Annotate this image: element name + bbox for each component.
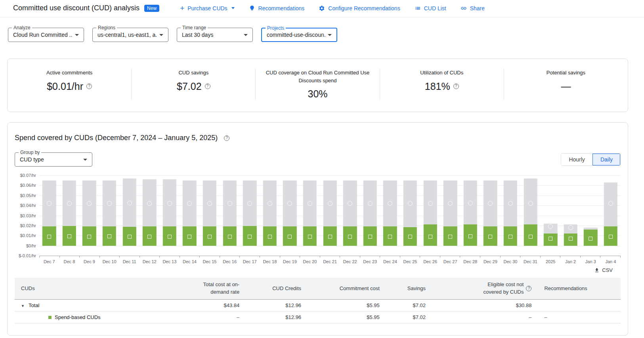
cud-list-button[interactable]: CUD List — [415, 5, 446, 11]
chart-bar-group[interactable] — [360, 175, 380, 256]
chevron-down-icon — [75, 34, 79, 36]
chart-bar-group[interactable] — [380, 175, 400, 256]
marker-circle-icon — [268, 201, 272, 206]
x-axis-label: Dec 17 — [240, 259, 260, 264]
marker-square-icon — [47, 235, 51, 239]
chart-bar-group[interactable] — [541, 175, 561, 256]
marker-circle-icon — [488, 201, 493, 206]
regions-select[interactable]: Regions us-central1, us-east1, a... — [92, 28, 168, 42]
marker-square-icon — [348, 235, 352, 239]
marker-square-icon — [67, 234, 71, 238]
chart-bar-group[interactable] — [520, 175, 541, 256]
bars-layer — [39, 175, 621, 256]
time-range-select[interactable]: Time range Last 30 days — [177, 28, 253, 42]
hourly-button[interactable]: Hourly — [561, 154, 592, 165]
chart-bar-group[interactable] — [501, 175, 521, 256]
y-axis-label: $0.04/hr — [20, 203, 36, 208]
marker-square-icon — [508, 235, 512, 239]
marker-circle-icon — [528, 201, 533, 206]
chart-title: Spend covered by CUDs (December 7, 2024 … — [15, 134, 218, 142]
stat-card: Active commitments$0.01/hr? — [8, 69, 131, 100]
y-axis-label: $0.07/hr — [20, 173, 36, 178]
marker-circle-icon — [87, 201, 92, 206]
share-label: Share — [470, 5, 485, 11]
chart-bar-group[interactable] — [240, 175, 260, 256]
purchase-cuds-label: Purchase CUDs — [187, 5, 227, 11]
chart-bar-group[interactable] — [180, 175, 200, 256]
collapse-triangle-icon[interactable]: ▼ — [21, 304, 25, 308]
chart-bar-group[interactable] — [99, 175, 120, 256]
recommendations-button[interactable]: Recommendations — [249, 5, 305, 11]
download-csv-button[interactable]: CSV — [594, 267, 613, 273]
analyze-select[interactable]: Analyze Cloud Run Committed ... — [8, 28, 84, 42]
y-axis-label: $0/hr — [26, 243, 36, 248]
chart-bar-group[interactable] — [79, 175, 99, 256]
chart-bar-group[interactable] — [460, 175, 480, 256]
chart-bar-group[interactable] — [440, 175, 461, 256]
group-by-select[interactable]: Group by CUD type — [15, 152, 92, 167]
chart-bar-group[interactable] — [581, 175, 601, 256]
chart-bar-group[interactable] — [280, 175, 300, 256]
chart-bar-group[interactable] — [39, 175, 59, 256]
chart-bar-group[interactable] — [340, 175, 360, 256]
chevron-down-icon — [244, 34, 248, 36]
projects-value: committed-use-discoun... — [267, 32, 326, 38]
legend-swatch-icon — [48, 316, 52, 319]
help-icon[interactable]: ? — [526, 286, 531, 291]
help-icon[interactable]: ? — [86, 84, 92, 89]
table-body: ▼Total$43.84$12.96$5.95$7.02$30.88Spend-… — [15, 299, 621, 323]
stat-label: Active commitments — [17, 69, 122, 77]
marker-square-icon — [408, 235, 412, 239]
table-cell: $5.95 — [308, 299, 386, 311]
x-axis-label: Dec 14 — [180, 259, 200, 264]
y-axis-label: $0.06/hr — [20, 183, 36, 188]
table-cell: $12.96 — [246, 299, 308, 311]
column-header: Commitment cost — [308, 278, 386, 299]
regions-value: us-central1, us-east1, a... — [97, 32, 157, 38]
chart-bar-group[interactable] — [320, 175, 340, 256]
y-axis-label: $0.02/hr — [20, 223, 36, 228]
help-icon[interactable]: ? — [453, 84, 459, 89]
x-axis-label: Dec 8 — [59, 259, 80, 264]
chart-bar-group[interactable] — [119, 175, 140, 256]
table-cell: $5.95 — [308, 311, 386, 323]
chart-bar-group[interactable] — [59, 175, 80, 256]
group-by-value: CUD type — [20, 156, 44, 163]
row-label: Spend-based CUDs — [55, 314, 101, 320]
column-header: Eligible cost not covered by CUDs? — [432, 278, 538, 299]
stat-label: Potential savings — [514, 69, 618, 77]
marker-square-icon — [468, 234, 472, 238]
marker-circle-icon — [508, 201, 513, 206]
chart-plot — [39, 175, 621, 256]
stat-card: Utilization of CUDs181%? — [380, 69, 504, 100]
chart-bar-group[interactable] — [300, 175, 320, 256]
chart-bar-group[interactable] — [260, 175, 280, 256]
chart-bar-group[interactable] — [200, 175, 220, 256]
chart-bar-group[interactable] — [560, 175, 581, 256]
configure-recommendations-button[interactable]: Configure Recommendations — [319, 5, 400, 11]
help-icon[interactable]: ? — [205, 84, 210, 89]
share-button[interactable]: Share — [461, 5, 485, 11]
x-axis-label: Dec 29 — [480, 259, 501, 264]
chart-bar-group[interactable] — [480, 175, 501, 256]
daily-button[interactable]: Daily — [592, 154, 620, 165]
gear-icon — [319, 5, 325, 11]
stat-value: — — [561, 81, 571, 92]
chart-bar-group[interactable] — [400, 175, 420, 256]
chart-bar-group[interactable] — [160, 175, 180, 256]
column-header: CUDs — [15, 278, 152, 299]
chart-bar-group[interactable] — [140, 175, 160, 256]
x-axis-label: Dec 16 — [220, 259, 240, 264]
projects-select[interactable]: Projects committed-use-discoun... — [261, 28, 337, 42]
group-by-label: Group by — [19, 150, 41, 155]
purchase-cuds-button[interactable]: + Purchase CUDs — [180, 5, 234, 11]
marker-circle-icon — [107, 201, 112, 206]
chart-bar-group[interactable] — [220, 175, 240, 256]
x-axis-label: Dec 13 — [160, 259, 180, 264]
help-icon[interactable]: ? — [224, 135, 229, 141]
chart-bar-group[interactable] — [420, 175, 440, 256]
chart-bar-group[interactable] — [601, 175, 621, 256]
chevron-down-icon — [159, 34, 163, 36]
marker-square-icon — [428, 235, 432, 239]
marker-circle-icon — [227, 201, 232, 206]
